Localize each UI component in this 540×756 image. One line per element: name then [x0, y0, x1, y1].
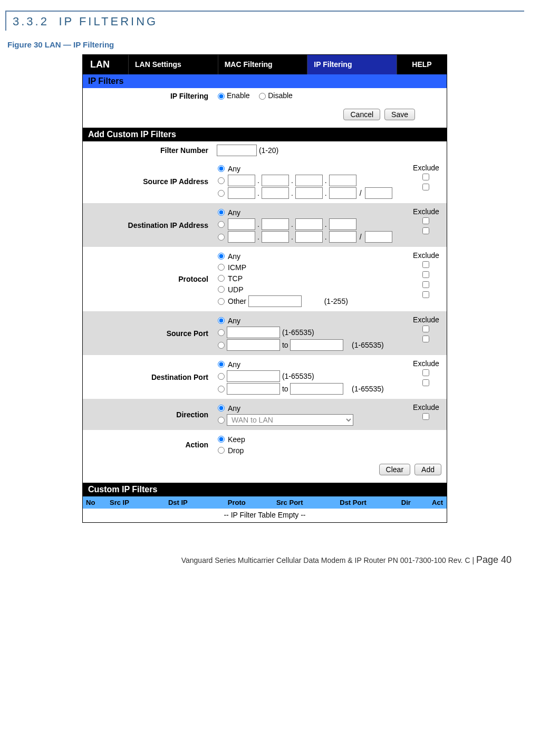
protocol-label: Protocol: [83, 247, 214, 311]
dst-port-label: Destination Port: [83, 355, 214, 399]
src-port-range-b[interactable]: [290, 339, 343, 351]
sport-exclude-1[interactable]: [422, 326, 429, 332]
dst-ip-b4[interactable]: [329, 231, 356, 243]
page-number: Page 40: [476, 554, 512, 565]
filter-number-input[interactable]: [217, 145, 257, 156]
dst-ip-a2[interactable]: [262, 218, 289, 230]
src-ip-b2[interactable]: [262, 187, 289, 199]
src-port-range-radio[interactable]: [218, 342, 225, 349]
proto-icmp-radio[interactable]: [218, 264, 225, 271]
disable-label: Disable: [268, 91, 293, 100]
dst-ip-cidr-radio[interactable]: [218, 234, 225, 241]
src-ip-cidr-radio[interactable]: [218, 190, 225, 197]
clear-button[interactable]: Clear: [379, 464, 410, 475]
dst-ip-b3[interactable]: [295, 231, 323, 243]
src-port-range-a[interactable]: [227, 339, 280, 351]
src-ip-a2[interactable]: [262, 175, 289, 186]
filters-empty-message: -- IP Filter Table Empty --: [83, 509, 447, 522]
dst-ip-b1[interactable]: [228, 231, 255, 243]
proto-tcp-label: TCP: [228, 274, 243, 283]
proto-exclude-3[interactable]: [422, 281, 429, 288]
dst-ip-a1[interactable]: [228, 218, 255, 230]
proto-udp-label: UDP: [228, 285, 244, 294]
src-ip-a4[interactable]: [329, 175, 356, 186]
dst-ip-exclude-2[interactable]: [422, 227, 429, 234]
src-ip-b3[interactable]: [295, 187, 323, 199]
disable-radio[interactable]: [259, 93, 266, 100]
exclude-label-src-ip: Exclude: [407, 164, 446, 172]
src-port-single-radio[interactable]: [218, 329, 225, 336]
col-proto: Proto: [225, 496, 273, 509]
dst-port-single-input[interactable]: [227, 370, 280, 382]
direction-select[interactable]: WAN to LAN: [227, 414, 353, 426]
proto-udp-radio[interactable]: [218, 286, 225, 293]
ip-filters-header: IP Filters: [83, 74, 447, 88]
col-src-ip: Src IP: [107, 496, 165, 509]
src-ip-exclude-1[interactable]: [422, 174, 429, 180]
src-ip-b4[interactable]: [329, 187, 356, 199]
disable-option[interactable]: Disable: [258, 91, 293, 100]
help-link[interactable]: HELP: [397, 55, 447, 74]
dst-ip-a3[interactable]: [295, 218, 323, 230]
dst-port-single-radio[interactable]: [218, 373, 225, 380]
dst-ip-any-radio[interactable]: [218, 209, 225, 216]
enable-radio[interactable]: [218, 93, 225, 100]
source-ip-label: Source IP Address: [83, 159, 214, 203]
proto-exclude-1[interactable]: [422, 261, 429, 268]
slash-2: /: [358, 233, 364, 241]
exclude-label-dport: Exclude: [407, 359, 446, 368]
dport-exclude-2[interactable]: [422, 379, 429, 386]
dir-select-radio[interactable]: [218, 417, 225, 424]
src-ip-b1[interactable]: [228, 187, 255, 199]
cancel-button[interactable]: Cancel: [343, 109, 380, 120]
screenshot-panel: LAN LAN Settings MAC Filtering IP Filter…: [82, 54, 447, 523]
src-port-any-radio[interactable]: [218, 317, 225, 324]
dst-port-range-b[interactable]: [290, 383, 343, 395]
proto-tcp-radio[interactable]: [218, 275, 225, 282]
proto-other-input[interactable]: [248, 295, 302, 307]
add-filter-table: Filter Number (1-20) Source IP Address A…: [83, 141, 447, 460]
tab-ip-filtering[interactable]: IP Filtering: [307, 55, 397, 74]
src-ip-any-label: Any: [228, 165, 240, 173]
lan-title: LAN: [83, 55, 128, 74]
dst-port-range-a[interactable]: [227, 383, 280, 395]
tab-mac-filtering[interactable]: MAC Filtering: [218, 55, 307, 74]
src-ip-mask[interactable]: [365, 187, 392, 199]
src-ip-single-radio[interactable]: [218, 177, 225, 184]
proto-exclude-2[interactable]: [422, 271, 429, 278]
dir-any-label: Any: [228, 404, 240, 413]
add-button[interactable]: Add: [414, 464, 441, 475]
filters-table-header: No Src IP Dst IP Proto Src Port Dst Port…: [83, 496, 447, 509]
dir-any-radio[interactable]: [218, 405, 225, 412]
proto-any-radio[interactable]: [218, 253, 225, 260]
dst-ip-mask[interactable]: [365, 231, 392, 243]
src-ip-any-radio[interactable]: [218, 165, 225, 172]
enable-option[interactable]: Enable: [217, 91, 250, 100]
proto-other-radio[interactable]: [218, 298, 225, 305]
action-keep-radio[interactable]: [218, 436, 225, 443]
src-ip-a1[interactable]: [228, 175, 255, 186]
tab-lan-settings[interactable]: LAN Settings: [128, 55, 218, 74]
proto-any-label: Any: [228, 252, 240, 261]
action-drop-label: Drop: [228, 446, 244, 455]
dst-ip-a4[interactable]: [329, 218, 356, 230]
src-ip-exclude-2[interactable]: [422, 184, 429, 190]
dport-exclude-1[interactable]: [422, 369, 429, 376]
action-drop-radio[interactable]: [218, 447, 225, 454]
dir-exclude[interactable]: [422, 413, 429, 420]
col-src-port: Src Port: [273, 496, 336, 509]
save-button[interactable]: Save: [384, 109, 415, 120]
section-number: 3.3.2: [13, 15, 49, 28]
src-ip-a3[interactable]: [295, 175, 323, 186]
direction-label: Direction: [83, 399, 214, 430]
col-dir: Dir: [398, 496, 429, 509]
dst-ip-exclude-1[interactable]: [422, 217, 429, 224]
dst-ip-single-radio[interactable]: [218, 221, 225, 228]
dst-port-range-radio[interactable]: [218, 386, 225, 393]
src-port-single-input[interactable]: [227, 327, 280, 338]
sport-exclude-2[interactable]: [422, 336, 429, 342]
dst-port-any-radio[interactable]: [218, 361, 225, 368]
proto-exclude-4[interactable]: [422, 291, 429, 298]
col-act: Act: [429, 496, 447, 509]
dst-ip-b2[interactable]: [262, 231, 289, 243]
